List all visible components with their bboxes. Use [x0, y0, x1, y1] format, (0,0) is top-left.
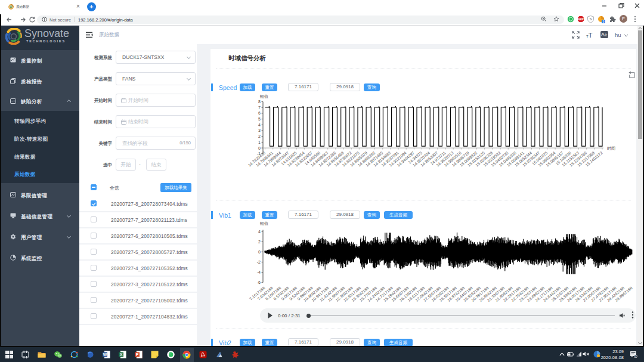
- svg-text:-4: -4: [257, 270, 261, 274]
- svg-text:W: W: [103, 352, 107, 357]
- svg-text:5: 5: [258, 117, 261, 121]
- svg-text:0: 0: [258, 250, 261, 254]
- svg-text:S: S: [589, 17, 592, 21]
- svg-text:X: X: [120, 352, 123, 357]
- svg-text:2: 2: [258, 240, 261, 244]
- svg-text:-6: -6: [257, 280, 261, 284]
- svg-text:7: 7: [258, 106, 261, 110]
- svg-text:0: 0: [258, 146, 261, 150]
- svg-text:4: 4: [258, 230, 261, 234]
- svg-text:2: 2: [258, 134, 261, 138]
- svg-text:6: 6: [258, 111, 261, 115]
- svg-text:ABP: ABP: [578, 18, 584, 21]
- svg-text:3: 3: [258, 128, 261, 132]
- svg-text:P: P: [136, 352, 139, 357]
- svg-text:幅值: 幅值: [260, 94, 268, 99]
- svg-text:时间: 时间: [607, 146, 615, 151]
- svg-text:幅值: 幅值: [260, 221, 268, 226]
- svg-text:8: 8: [258, 100, 261, 104]
- svg-text:B: B: [602, 20, 604, 23]
- svg-text:-2: -2: [257, 260, 261, 264]
- svg-text:1: 1: [258, 140, 261, 144]
- svg-text:4: 4: [258, 123, 261, 127]
